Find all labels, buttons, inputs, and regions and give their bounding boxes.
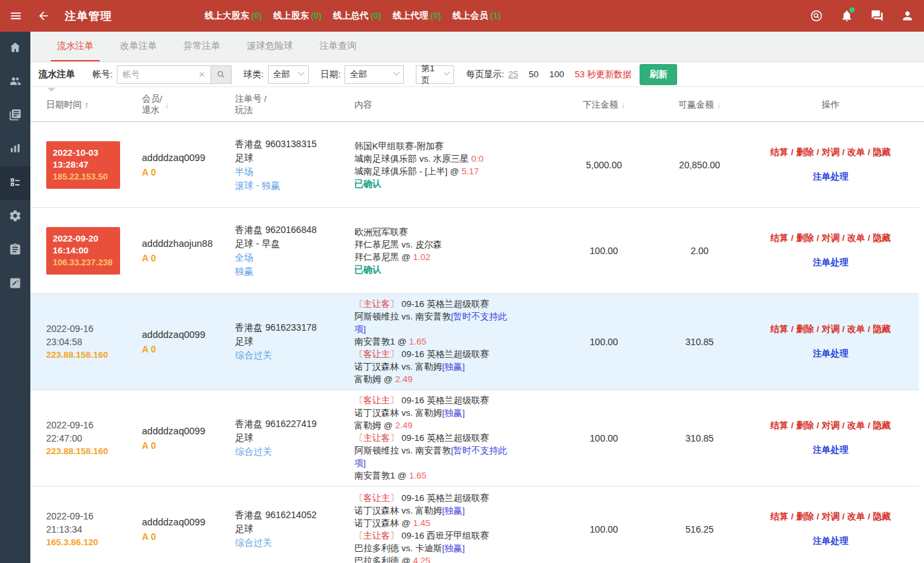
op-hide[interactable]: 隐藏 [873, 324, 891, 334]
order-process-link[interactable]: 注单处理 [813, 257, 849, 269]
op-settle[interactable]: 结算 [770, 512, 788, 521]
sidebar-item-chart[interactable] [0, 133, 30, 166]
user-icon[interactable] [900, 9, 915, 23]
tab-异常注单[interactable]: 异常注单 [178, 32, 226, 61]
action-separator: / [868, 147, 871, 157]
order-process-link[interactable]: 注单处理 [813, 171, 849, 183]
back-icon[interactable] [36, 8, 51, 24]
notifications-icon[interactable] [840, 9, 854, 23]
bet-play-link[interactable]: 半场 [235, 165, 346, 179]
op-modify[interactable]: 改单 [847, 147, 865, 157]
op-settle[interactable]: 结算 [770, 233, 788, 243]
sidebar-item-orders[interactable] [0, 166, 30, 200]
search-icon[interactable] [809, 9, 824, 23]
bet-play-link[interactable]: 全场 [235, 251, 346, 265]
bet-play-link[interactable]: 综合过关 [235, 536, 346, 550]
tab-滚球危险球[interactable]: 滚球危险球 [241, 32, 299, 61]
member-name[interactable]: addddzaq0099 [142, 328, 231, 341]
sort-down-icon[interactable]: ↓ [717, 100, 721, 110]
op-modify[interactable]: 改单 [847, 420, 865, 430]
content-segment-p: 09-16 英格兰超级联赛 [399, 395, 490, 405]
action-separator: / [816, 147, 819, 157]
order-ip: 106.33.237.238 [53, 257, 114, 269]
nav-count: (1) [490, 11, 502, 20]
op-modify[interactable]: 改单 [847, 324, 865, 334]
content-segment-blue: [独赢] [442, 543, 465, 553]
sidebar-item-documents[interactable] [0, 99, 30, 133]
header-nav-item[interactable]: 线上会员(1) [453, 10, 502, 22]
sidebar-item-users[interactable] [0, 65, 30, 99]
header-nav-item[interactable]: 线上代理(0) [393, 10, 442, 22]
op-settle[interactable]: 结算 [770, 324, 788, 334]
op-swap[interactable]: 对调 [822, 420, 840, 430]
column-header[interactable]: 可赢金额↓ [644, 99, 756, 110]
tab-流水注单[interactable]: 流水注单 [51, 32, 100, 61]
op-modify[interactable]: 改单 [847, 512, 865, 521]
column-header[interactable]: 日期时间↑ [30, 99, 142, 110]
sidebar-item-settings[interactable] [0, 200, 30, 234]
per-page-option-50[interactable]: 50 [529, 69, 539, 79]
sort-down-icon[interactable]: ↓ [165, 100, 170, 110]
date-select[interactable]: 全部 [345, 65, 404, 84]
refresh-button[interactable]: 刷新 [640, 64, 677, 85]
tab-改单注单[interactable]: 改单注单 [114, 32, 163, 61]
per-page-option-100[interactable]: 100 [549, 69, 564, 79]
search-button[interactable] [211, 65, 232, 84]
order-row: 2022-10-0313:28:47185.22.153.50addddzaq0… [30, 122, 919, 208]
op-delete[interactable]: 删除 [796, 233, 814, 243]
member-name[interactable]: addddzaq0099 [142, 515, 231, 529]
op-hide[interactable]: 隐藏 [873, 512, 891, 521]
page-select[interactable]: 第1页 [416, 65, 454, 84]
sidebar-item-notes[interactable] [0, 267, 30, 301]
op-swap[interactable]: 对调 [822, 233, 840, 243]
op-delete[interactable]: 删除 [796, 512, 814, 521]
op-hide[interactable]: 隐藏 [873, 147, 891, 157]
op-settle[interactable]: 结算 [770, 147, 788, 157]
op-delete[interactable]: 删除 [796, 147, 814, 157]
content-segment-p: 诺丁汉森林 vs. 富勒姆 [354, 408, 442, 418]
content-segment-tag: 〔客让主〕 [354, 493, 399, 503]
bet-play-link[interactable]: 独赢 [235, 265, 346, 279]
sort-up-icon[interactable]: ↑ [84, 100, 89, 110]
header-nav-item[interactable]: 线上总代(0) [333, 10, 382, 22]
bet-play-link[interactable]: 综合过关 [235, 348, 346, 362]
member-name[interactable]: addddzhaojun88 [142, 237, 231, 250]
member-grade: A 0 [142, 343, 231, 356]
tab-注单查询[interactable]: 注单查询 [314, 32, 362, 61]
op-hide[interactable]: 隐藏 [873, 233, 891, 243]
bet-play-link[interactable]: 滚球 - 独赢 [235, 179, 346, 193]
member-name[interactable]: addddzaq0099 [142, 424, 231, 438]
order-process-link[interactable]: 注单处理 [813, 348, 849, 360]
sort-down-icon[interactable]: ↓ [621, 100, 626, 110]
op-swap[interactable]: 对调 [822, 324, 840, 334]
order-process-link[interactable]: 注单处理 [813, 444, 849, 456]
op-delete[interactable]: 删除 [796, 324, 814, 334]
order-process-link[interactable]: 注单处理 [813, 535, 849, 547]
content-segment-p: 南安普敦1 @ [354, 337, 409, 347]
op-delete[interactable]: 删除 [796, 420, 814, 430]
bet-play-link[interactable]: 综合过关 [235, 445, 346, 459]
order-date-box: 2022-09-2016:14:00106.33.237.238 [46, 227, 120, 275]
op-settle[interactable]: 结算 [770, 420, 788, 430]
op-swap[interactable]: 对调 [822, 512, 840, 521]
column-header[interactable]: 下注金额↓ [564, 99, 644, 110]
op-modify[interactable]: 改单 [847, 233, 865, 243]
bet-sport: 足球 [235, 151, 346, 165]
op-hide[interactable]: 隐藏 [873, 420, 891, 430]
per-page-option-25[interactable]: 25 [508, 69, 518, 79]
ball-select[interactable]: 全部 [268, 65, 309, 84]
sidebar-item-clipboard[interactable] [0, 234, 30, 267]
header-nav-item[interactable]: 线上大股东(0) [205, 10, 262, 22]
clear-icon[interactable]: ✕ [199, 70, 211, 79]
order-date: 2022-10-03 [53, 147, 114, 159]
op-swap[interactable]: 对调 [822, 147, 840, 157]
header-icons [809, 0, 924, 32]
column-header[interactable]: 会员/退水↓ [142, 93, 231, 116]
account-input[interactable] [117, 65, 211, 84]
sidebar-item-home[interactable] [0, 32, 30, 65]
member-name[interactable]: addddzaq0099 [142, 151, 231, 164]
menu-icon[interactable] [8, 8, 24, 24]
header-nav-item[interactable]: 线上股东(0) [273, 10, 322, 22]
messages-icon[interactable] [870, 9, 884, 23]
action-separator: / [868, 233, 871, 243]
